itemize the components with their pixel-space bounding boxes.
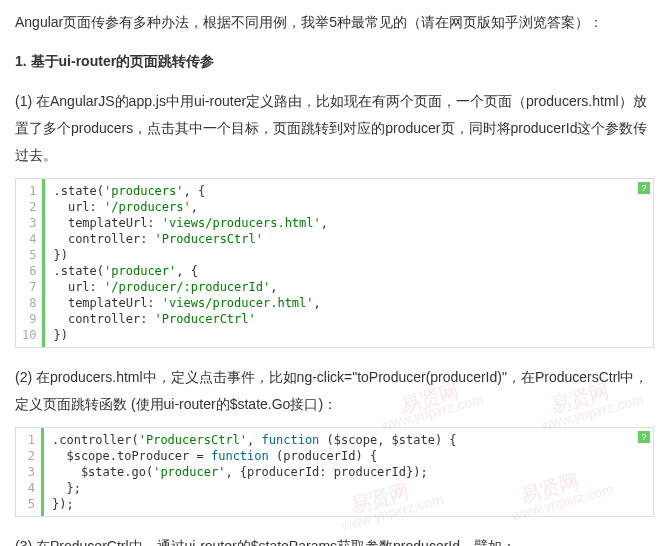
paragraph-3: (3) 在ProducerCtrl中，通过ui-router的$statePar… [15, 533, 654, 546]
help-icon[interactable]: ? [638, 431, 650, 443]
intro-text: Angular页面传参有多种办法，根据不同用例，我举5种最常见的（请在网页版知乎… [15, 10, 654, 35]
code-lines: .state('producers', { url: '/producers',… [45, 179, 653, 347]
code-block-1: ? 12345678910 .state('producers', { url:… [15, 178, 654, 348]
line-gutter: 12345 [16, 428, 44, 516]
code-block-2: ? 12345 .controller('ProducersCtrl', fun… [15, 427, 654, 517]
paragraph-2: (2) 在producers.html中，定义点击事件，比如ng-click="… [15, 364, 654, 417]
code-lines: .controller('ProducersCtrl', function ($… [44, 428, 653, 516]
section-heading: 1. 基于ui-router的页面跳转传参 [15, 49, 654, 74]
paragraph-1: (1) 在AngularJS的app.js中用ui-router定义路由，比如现… [15, 88, 654, 168]
help-icon[interactable]: ? [638, 182, 650, 194]
line-gutter: 12345678910 [16, 179, 45, 347]
